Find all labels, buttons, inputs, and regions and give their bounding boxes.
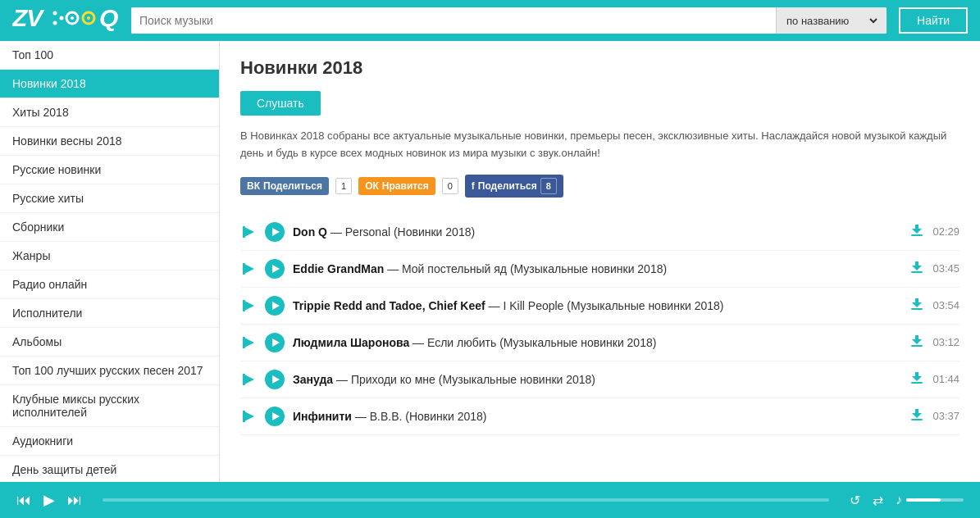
sidebar-item-zhanry[interactable]: Жанры <box>0 242 219 270</box>
fb-icon: f <box>472 180 475 192</box>
track-row: Инфинити — В.В.В. (Новинки 2018) 03:37 <box>240 398 959 435</box>
track-name: Мой постельный яд (Музыкальные новинки 2… <box>402 262 667 275</box>
fb-share-label: Поделиться <box>478 180 537 192</box>
listen-button[interactable]: Слушать <box>240 91 321 116</box>
svg-point-7 <box>60 16 64 20</box>
play-track-button[interactable] <box>265 333 285 352</box>
svg-point-4 <box>87 16 90 20</box>
track-row: Людмила Шаронова — Если любить (Музыкаль… <box>240 325 959 361</box>
track-duration: 02:29 <box>932 225 959 238</box>
sidebar-item-top100-rus[interactable]: Топ 100 лучших русских песен 2017 <box>0 357 219 385</box>
track-separator: — <box>413 336 427 349</box>
logo: ZV Q <box>12 3 119 39</box>
sidebar-item-den-zaschity[interactable]: День защиты детей <box>0 456 219 482</box>
svg-rect-23 <box>911 382 923 384</box>
play-track-button[interactable] <box>265 222 285 242</box>
track-name: Personal (Новинки 2018) <box>345 225 475 239</box>
sidebar-item-sborniki[interactable]: Сборники <box>0 213 219 242</box>
track-name: Приходи ко мне (Музыкальные новинки 2018… <box>351 373 595 386</box>
download-button[interactable] <box>909 334 924 352</box>
download-button[interactable] <box>909 370 924 388</box>
track-title: Don Q — Personal (Новинки 2018) <box>293 225 901 239</box>
track-artist: Инфинити <box>293 410 352 423</box>
svg-rect-11 <box>911 234 923 236</box>
main-content: Новинки 2018 Слушать В Новинках 2018 соб… <box>220 41 980 482</box>
track-name: I Kill People (Музыкальные новинки 2018) <box>503 299 723 312</box>
sidebar-item-albomy[interactable]: Альбомы <box>0 328 219 357</box>
vk-share-label: Поделиться <box>263 180 322 192</box>
page-title: Новинки 2018 <box>240 57 959 79</box>
svg-point-8 <box>53 20 57 25</box>
sidebar-item-novinki2018[interactable]: Новинки 2018 <box>0 70 219 98</box>
track-artist: Людмила Шаронова <box>293 336 409 349</box>
track-title: Eddie GrandMan — Мой постельный яд (Музы… <box>293 262 901 275</box>
search-button[interactable]: Найти <box>899 7 968 34</box>
svg-rect-13 <box>243 263 245 275</box>
download-button[interactable] <box>909 223 924 241</box>
track-title: Инфинити — В.В.В. (Новинки 2018) <box>293 410 901 423</box>
track-duration: 03:54 <box>932 299 959 311</box>
fb-share-button[interactable]: f Поделиться 8 <box>465 175 563 198</box>
svg-rect-10 <box>243 226 245 238</box>
track-title: Людмила Шаронова — Если любить (Музыкаль… <box>293 336 901 349</box>
track-list: Don Q — Personal (Новинки 2018) 02:29 Ed… <box>240 214 959 435</box>
track-row: Зануда — Приходи ко мне (Музыкальные нов… <box>240 361 959 398</box>
description: В Новинках 2018 собраны все актуальные м… <box>240 128 959 162</box>
search-bar: по названию по исполнителю по альбому <box>131 7 887 34</box>
sidebar-item-audioknigi[interactable]: Аудиокниги <box>0 427 219 456</box>
svg-rect-25 <box>243 411 245 422</box>
vk-share-button[interactable]: ВК Поделиться <box>240 177 329 195</box>
track-duration: 03:12 <box>932 336 959 348</box>
vk-icon: ВК <box>247 180 260 192</box>
track-separator: — <box>387 262 402 275</box>
download-button[interactable] <box>909 297 924 315</box>
track-artist: Eddie GrandMan <box>293 262 384 275</box>
queue-icon[interactable] <box>240 371 257 388</box>
play-track-button[interactable] <box>265 296 285 316</box>
sidebar-item-hits2018[interactable]: Хиты 2018 <box>0 98 219 127</box>
sidebar-item-russkie-hity[interactable]: Русские хиты <box>0 184 219 213</box>
track-name: Если любить (Музыкальные новинки 2018) <box>427 336 656 349</box>
search-type-wrapper: по названию по исполнителю по альбому <box>776 7 887 34</box>
svg-rect-22 <box>243 374 245 385</box>
queue-icon[interactable] <box>240 261 257 277</box>
search-type-select[interactable]: по названию по исполнителю по альбому <box>783 14 880 28</box>
svg-text:ZV: ZV <box>12 4 45 31</box>
search-input[interactable] <box>131 7 776 34</box>
sidebar-item-klub-miksy[interactable]: Клубные миксы русских исполнителей <box>0 385 219 427</box>
svg-text:Q: Q <box>99 4 118 31</box>
ok-count: 0 <box>442 178 458 194</box>
download-button[interactable] <box>909 260 924 278</box>
track-row: Don Q — Personal (Новинки 2018) 02:29 <box>240 214 959 251</box>
svg-point-6 <box>53 11 57 15</box>
sidebar: Топ 100Новинки 2018Хиты 2018Новинки весн… <box>0 41 220 482</box>
sidebar-item-novinki-vesny[interactable]: Новинки весны 2018 <box>0 127 219 156</box>
sidebar-item-radio[interactable]: Радио онлайн <box>0 270 219 299</box>
queue-icon[interactable] <box>240 298 257 314</box>
download-button[interactable] <box>909 407 924 425</box>
ok-like-button[interactable]: ОК Нравится <box>358 177 435 195</box>
play-track-button[interactable] <box>265 407 285 426</box>
svg-rect-19 <box>243 337 245 348</box>
sidebar-item-top100[interactable]: Топ 100 <box>0 41 219 70</box>
svg-rect-17 <box>911 308 923 310</box>
layout: Топ 100Новинки 2018Хиты 2018Новинки весн… <box>0 41 980 482</box>
track-artist: Trippie Redd and Tadoe, Chief Keef <box>293 299 485 312</box>
vk-count: 1 <box>335 178 352 194</box>
play-track-button[interactable] <box>265 370 285 389</box>
fb-count: 8 <box>540 178 557 194</box>
svg-rect-16 <box>243 300 245 311</box>
svg-rect-20 <box>911 345 923 347</box>
queue-icon[interactable] <box>240 334 257 351</box>
sidebar-item-ispolniteli[interactable]: Исполнители <box>0 299 219 328</box>
queue-icon[interactable] <box>240 224 257 240</box>
track-title: Зануда — Приходи ко мне (Музыкальные нов… <box>293 373 901 386</box>
track-artist: Don Q <box>293 225 327 239</box>
play-track-button[interactable] <box>265 259 285 279</box>
ok-like-label: Нравится <box>382 180 429 192</box>
queue-icon[interactable] <box>240 408 257 425</box>
track-separator: — <box>330 225 345 239</box>
header: ZV Q по названию по исполнителю по альбо… <box>0 0 980 41</box>
svg-rect-14 <box>911 271 923 273</box>
sidebar-item-russkie-novinki[interactable]: Русские новинки <box>0 156 219 184</box>
